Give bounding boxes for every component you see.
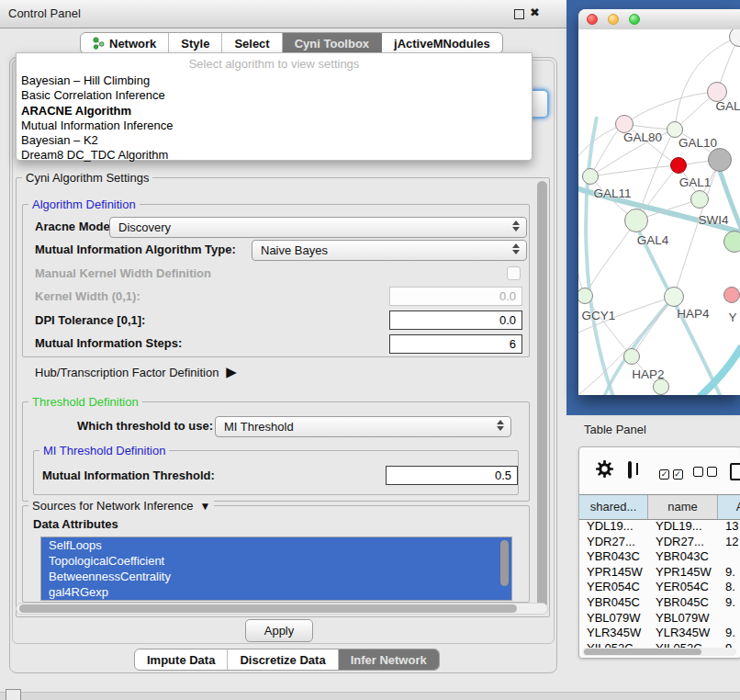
table-panel-title: Table Panel	[584, 423, 646, 436]
cyni-bottom-tabbar: Impute DataDiscretize DataInfer Network	[134, 649, 440, 671]
settings-horizontal-scrollbar[interactable]	[16, 603, 548, 615]
dropdown-item[interactable]: Basic Correlation Inference	[17, 88, 532, 103]
mini-panel-icon[interactable]	[6, 689, 21, 700]
sources-legend[interactable]: Sources for Network Inference ▼	[28, 499, 214, 513]
attribute-list-item[interactable]: BetweennessCentrality	[41, 569, 511, 584]
tab-impute-data[interactable]: Impute Data	[135, 649, 228, 670]
dropdown-item[interactable]: ARACNE Algorithm	[17, 104, 532, 119]
manual-kernel-checkbox[interactable]	[507, 266, 521, 280]
list-vertical-scrollbar[interactable]	[500, 540, 509, 586]
mi-type-value: Naive Bayes	[261, 243, 328, 257]
table-cell: YDL19...	[579, 519, 648, 535]
table-horizontal-scrollbar[interactable]	[582, 648, 736, 656]
table-row[interactable]: YBR043CYBR043C	[579, 549, 740, 565]
settings-vertical-scrollbar[interactable]	[536, 180, 548, 612]
data-attributes-list[interactable]: SelfLoopsTopologicalCoefficientBetweenne…	[40, 536, 512, 601]
dropdown-item[interactable]: Bayesian – K2	[17, 133, 532, 148]
select-checked-icon[interactable]: ✓ ✓	[659, 466, 683, 480]
mi-steps-field[interactable]: 6	[389, 334, 522, 354]
which-threshold-value: MI Threshold	[224, 420, 294, 434]
network-node[interactable]	[670, 157, 687, 174]
apply-button[interactable]: Apply	[245, 619, 313, 642]
node-label: GCY1	[582, 309, 616, 322]
network-node[interactable]	[653, 378, 669, 395]
aracne-mode-label: Aracne Mode:	[35, 220, 114, 233]
float-window-icon[interactable]	[514, 9, 524, 19]
table-row[interactable]: YBL079WYBL079W	[579, 611, 740, 627]
minimize-traffic-light-icon[interactable]	[608, 14, 619, 25]
chevron-down-icon: ▼	[196, 500, 210, 513]
hub-definition-toggle[interactable]: Hub/Transcription Factor Definition ▶	[35, 364, 237, 380]
tab-select[interactable]: Select	[222, 33, 282, 53]
close-traffic-light-icon[interactable]	[587, 14, 598, 25]
table-row[interactable]: YPR145WYPR145W9.	[579, 565, 740, 581]
select-unchecked-icon[interactable]	[693, 466, 717, 480]
tab-label: Style	[181, 37, 209, 51]
table-cell: YER054C	[579, 580, 648, 595]
table-cell: YPR145W	[648, 565, 718, 581]
aracne-mode-select[interactable]: Discovery	[109, 217, 527, 238]
attribute-list-item[interactable]: gal4RGexp	[41, 584, 511, 600]
table-cell: YDR27...	[579, 535, 648, 550]
tab-jactivemnodules[interactable]: jActiveMNodules	[382, 33, 502, 53]
spinner-arrows-icon	[512, 243, 520, 254]
mi-threshold-field[interactable]: 0.5	[386, 466, 518, 485]
network-node-gal4[interactable]	[624, 209, 648, 232]
control-panel-titlebar: Control Panel ✖	[0, 0, 566, 28]
tab-style[interactable]: Style	[169, 33, 222, 53]
node-label: GAL11	[593, 186, 631, 200]
dropdown-item[interactable]: Mutual Information Inference	[17, 119, 532, 133]
network-node-gal11[interactable]	[582, 168, 599, 185]
table-cell	[718, 611, 740, 627]
dropdown-item[interactable]: Bayesian – Hill Climbing	[17, 73, 532, 88]
tab-discretize-data[interactable]: Discretize Data	[228, 649, 338, 670]
table-cell: 12	[718, 535, 740, 550]
node-label: GAL10	[678, 136, 717, 150]
table-row[interactable]: YDR27...YDR27...12	[579, 535, 740, 550]
mi-algorithm-type-select[interactable]: Naive Bayes	[252, 240, 527, 261]
network-window-titlebar[interactable]	[578, 9, 740, 30]
table-cell: YBR045C	[648, 595, 718, 611]
dpi-tolerance-field[interactable]: 0.0	[389, 310, 522, 330]
network-node[interactable]	[708, 148, 732, 172]
tab-cyni-toolbox[interactable]: Cyni Toolbox	[283, 33, 382, 53]
column-header-shared[interactable]: shared...	[579, 495, 648, 519]
mi-type-label: Mutual Information Algorithm Type:	[35, 243, 236, 256]
split-columns-icon[interactable]	[628, 461, 632, 479]
attribute-list-item[interactable]: TopologicalCoefficient	[41, 553, 511, 569]
table-row[interactable]: YDL19...YDL19...13	[579, 519, 740, 535]
table-cell: 8.	[718, 580, 740, 595]
data-attributes-label: Data Attributes	[33, 517, 118, 531]
table-cell: 9.	[718, 626, 740, 641]
table-row[interactable]: YER054CYER054C8.	[579, 580, 740, 595]
attribute-list-item[interactable]: SelfLoops	[41, 537, 511, 553]
column-header-A[interactable]: A	[718, 495, 740, 519]
tab-label: jActiveMNodules	[394, 37, 490, 51]
document-icon[interactable]	[730, 463, 740, 480]
gear-icon[interactable]	[596, 460, 613, 480]
kernel-width-field[interactable]: 0.0	[389, 287, 522, 306]
network-node-hap4[interactable]	[664, 287, 684, 307]
network-node-swi4[interactable]	[723, 231, 740, 253]
network-node-y[interactable]	[723, 287, 740, 303]
dropdown-item[interactable]: Dream8 DC_TDC Algorithm	[17, 148, 532, 163]
table-body: YDL19...YDL19...13YDR27...YDR27...12YBR0…	[579, 519, 740, 656]
network-canvas[interactable]: GALGAL80GAL10GAL1GAL11GAL4SWI4GCY1HAP4YH…	[578, 29, 740, 395]
table-row[interactable]: YLR345WYLR345W9.	[579, 626, 740, 641]
zoom-traffic-light-icon[interactable]	[629, 14, 640, 25]
node-label: GAL	[715, 99, 740, 113]
table-row[interactable]: YBR045CYBR045C9.	[579, 595, 740, 611]
network-node-gal1[interactable]	[690, 190, 709, 209]
table-cell: YPR145W	[579, 565, 648, 581]
mi-threshold-label: Mutual Information Threshold:	[42, 469, 215, 482]
table-cell: YDR27...	[648, 535, 718, 550]
column-header-name[interactable]: name	[648, 495, 718, 519]
table-toolbar: ✓ ✓	[579, 447, 740, 493]
table-cell: 13	[718, 519, 740, 535]
tab-network[interactable]: Network	[81, 33, 169, 53]
control-panel-tabbar: NetworkStyleSelectCyni ToolboxjActiveMNo…	[80, 32, 503, 54]
close-panel-icon[interactable]: ✖	[530, 6, 540, 19]
network-node-hap2[interactable]	[623, 348, 640, 365]
tab-infer-network[interactable]: Infer Network	[339, 649, 439, 670]
which-threshold-select[interactable]: MI Threshold	[215, 416, 511, 437]
